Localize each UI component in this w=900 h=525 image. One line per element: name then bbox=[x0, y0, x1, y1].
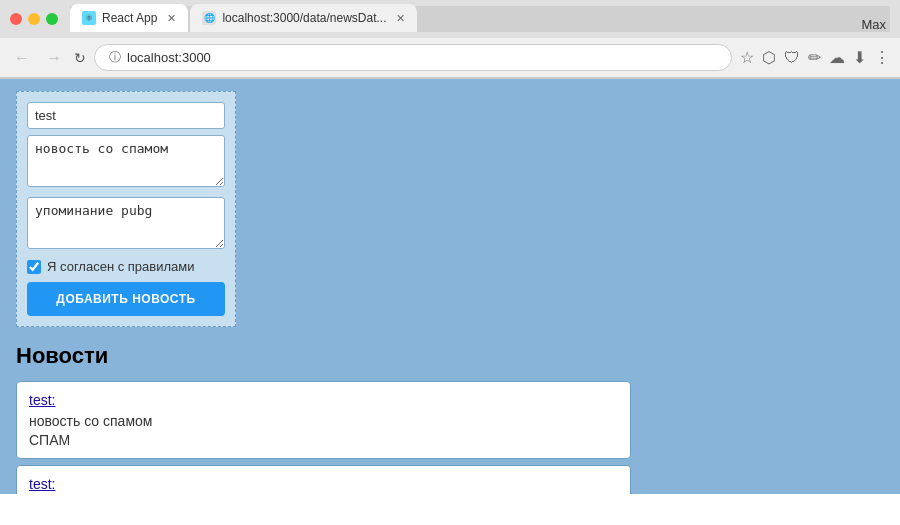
submit-button[interactable]: ДОБАВИТЬ НОВОСТЬ bbox=[27, 282, 225, 316]
back-button[interactable]: ← bbox=[10, 47, 34, 69]
agree-label: Я согласен с правилами bbox=[47, 259, 194, 274]
url-bar[interactable]: ⓘ localhost:3000 bbox=[94, 44, 732, 71]
data-favicon: 🌐 bbox=[202, 11, 216, 25]
tab-localhost-data[interactable]: 🌐 localhost:3000/data/newsDat... ✕ bbox=[190, 4, 417, 32]
lock-icon: ⓘ bbox=[109, 49, 121, 66]
react-favicon: ⚛ bbox=[82, 11, 96, 25]
url-text: localhost:3000 bbox=[127, 50, 211, 65]
minimize-button[interactable] bbox=[28, 13, 40, 25]
news-body-0-line2: СПАМ bbox=[29, 432, 618, 448]
extension1-icon[interactable]: ⬡ bbox=[762, 48, 776, 67]
extension5-icon[interactable]: ⬇ bbox=[853, 48, 866, 67]
extension4-icon[interactable]: ☁ bbox=[829, 48, 845, 67]
browser-chrome: ⚛ React App ✕ 🌐 localhost:3000/data/news… bbox=[0, 0, 900, 79]
news-author-0[interactable]: test: bbox=[29, 392, 618, 408]
close-button[interactable] bbox=[10, 13, 22, 25]
tags-textarea[interactable]: упоминание pubg bbox=[27, 197, 225, 249]
forward-button[interactable]: → bbox=[42, 47, 66, 69]
tab-data-close-icon[interactable]: ✕ bbox=[396, 12, 405, 25]
extension2-icon[interactable]: 🛡 bbox=[784, 49, 800, 67]
form-container: новость со спамом упоминание pubg Я согл… bbox=[16, 91, 236, 327]
tab-react-app[interactable]: ⚛ React App ✕ bbox=[70, 4, 188, 32]
menu-icon[interactable]: ⋮ bbox=[874, 48, 890, 67]
news-heading: Новости bbox=[16, 343, 884, 369]
toolbar-icons: ☆ ⬡ 🛡 ✏ ☁ ⬇ ⋮ bbox=[740, 48, 890, 67]
agree-checkbox[interactable] bbox=[27, 260, 41, 274]
maximize-button[interactable] bbox=[46, 13, 58, 25]
address-bar: ← → ↻ ⓘ localhost:3000 ☆ ⬡ 🛡 ✏ ☁ ⬇ ⋮ bbox=[0, 38, 900, 78]
agree-row: Я согласен с правилами bbox=[27, 259, 225, 274]
news-author-1[interactable]: test: bbox=[29, 476, 618, 492]
bookmark-icon[interactable]: ☆ bbox=[740, 48, 754, 67]
body-textarea[interactable]: новость со спамом bbox=[27, 135, 225, 187]
news-card-0: test: новость со спамом СПАМ bbox=[16, 381, 631, 459]
tab-react-app-label: React App bbox=[102, 11, 157, 25]
tab-close-icon[interactable]: ✕ bbox=[167, 12, 176, 25]
extension3-icon[interactable]: ✏ bbox=[808, 48, 821, 67]
tabs-bar: ⚛ React App ✕ 🌐 localhost:3000/data/news… bbox=[70, 6, 890, 32]
tab-data-label: localhost:3000/data/newsDat... bbox=[222, 11, 386, 25]
news-card-1: test: без стоп-слов все ок bbox=[16, 465, 631, 494]
page-content: новость со спамом упоминание pubg Я согл… bbox=[0, 79, 900, 494]
title-bar: ⚛ React App ✕ 🌐 localhost:3000/data/news… bbox=[0, 0, 900, 38]
title-input[interactable] bbox=[27, 102, 225, 129]
window-controls bbox=[10, 13, 58, 25]
user-label: Max bbox=[861, 17, 890, 32]
refresh-button[interactable]: ↻ bbox=[74, 50, 86, 66]
news-body-0-line1: новость со спамом bbox=[29, 412, 618, 432]
